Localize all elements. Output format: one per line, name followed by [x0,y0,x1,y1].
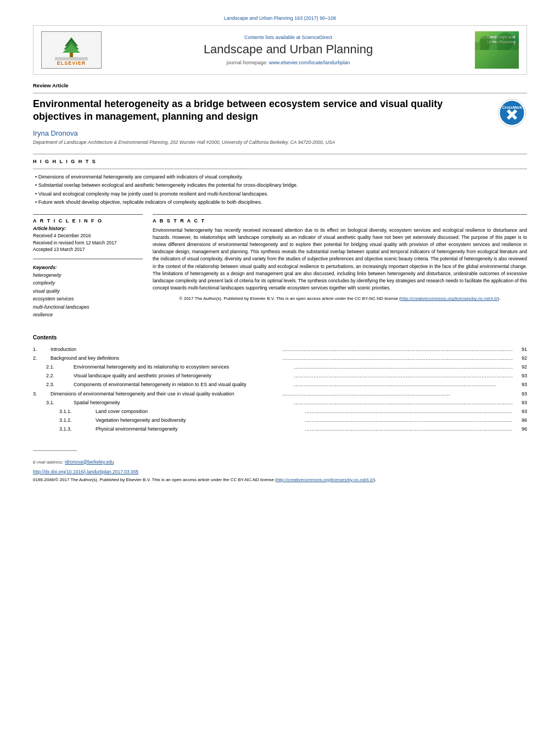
contents-heading: Contents [33,334,527,341]
keywords-label: Keywords: [33,265,143,270]
toc-page: 91 [514,345,527,354]
contents-section: Contents 1. Introduction ………………………………………… [33,334,527,434]
divider-1 [33,93,527,93]
article-info-section: A R T I C L E I N F O Article history: R… [33,214,143,253]
footer-license-link[interactable]: http://creativecommons.org/licenses/by-n… [277,477,374,482]
toc-page: 92 [514,354,527,362]
toc-num: 3.1.3. [59,425,96,433]
author-name: Iryna Dronova [33,129,527,137]
toc-title: Visual landscape quality and aesthetic p… [74,371,293,380]
homepage-label: journal homepage: www.elsevier.com/locat… [113,60,464,65]
toc-num: 2.2. [46,371,74,380]
toc-item-3-1: 3.1. Spatial heterogeneity …………………………………… [33,398,527,407]
article-info-heading: A R T I C L E I N F O [33,218,143,224]
toc-title: Land cover composition [96,407,304,416]
toc-item-1: 1. Introduction ………………………………………………………………… [33,345,527,354]
toc-page: 93 [514,371,527,380]
keyword-2: complexity [33,279,143,287]
keywords-section: Keywords: heterogeneity complexity visua… [33,259,143,319]
toc-page: 93 [514,398,527,407]
license-link[interactable]: http://creativecommons.org/licenses/by-n… [401,296,498,301]
toc-item-3: 3. Dimensions of environmental heterogen… [33,389,527,398]
toc-item-2-3: 2.3. Components of environmental heterog… [33,380,527,389]
email-label: E-mail address: [33,460,64,465]
toc-page: 92 [514,362,527,371]
email-section: E-mail address: idronova@berkeley.edu [33,459,527,465]
divider-2 [33,154,527,154]
toc-page: 96 [514,416,527,425]
toc-item-3-1-2: 3.1.2. Vegetation heterogeneity and biod… [33,416,527,425]
highlight-item-3: • Visual and ecological complexity may b… [33,191,527,198]
keywords-list: heterogeneity complexity visual quality … [33,271,143,319]
toc-page: 93 [514,407,527,416]
highlights-list: • Dimensions of environmental heterogene… [33,174,527,207]
journal-thumbnail: Landscape andUrban Planning [475,31,519,69]
sciencedirect-link[interactable]: ScienceDirect [302,35,333,40]
svg-rect-9 [480,39,489,50]
journal-title: Landscape and Urban Planning [113,42,464,57]
author-affiliation: Department of Landscape Architecture & E… [33,140,527,145]
homepage-url[interactable]: www.elsevier.com/locate/landurbplan [269,60,350,65]
journal-header: ELSEVIER Contents lists available at Sci… [33,25,527,75]
toc-num: 3.1. [46,398,74,407]
header-center: Contents lists available at ScienceDirec… [102,35,475,65]
keyword-5: multi-functional landscapes [33,303,143,311]
toc-title: Introduction [51,345,281,354]
sciencedirect-label: Contents lists available at ScienceDirec… [113,35,464,40]
toc-num: 3. [33,389,51,398]
toc-num: 1. [33,345,51,354]
toc-page: 96 [514,425,527,433]
paper-title: Environmental heterogeneity as a bridge … [33,98,527,124]
accepted-date: Accepted 13 March 2017 [33,246,143,253]
abstract-column: A B S T R A C T Environmental heterogene… [153,214,527,325]
footer-section [33,450,77,453]
received-date: Received 4 December 2016 [33,232,143,239]
highlight-item-2: • Substantial overlap between ecological… [33,182,527,189]
doi-link[interactable]: http://dx.doi.org/10.1016/j.landurbplan.… [33,469,527,475]
toc-page: 93 [514,389,527,398]
article-type-label: Review Article [33,82,527,88]
revised-date: Received in revised form 12 March 2017 [33,239,143,247]
elsevier-text: ELSEVIER [57,60,86,66]
toc-page: 93 [514,380,527,389]
toc-num: 2.3. [46,380,74,389]
abstract-text: Environmental heterogeneity has recently… [153,227,527,292]
keyword-1: heterogeneity [33,271,143,279]
toc-title: Environmental heterogeneity and its rela… [74,362,293,371]
elsevier-logo: ELSEVIER [41,31,102,69]
toc-item-3-1-1: 3.1.1. Land cover composition …………………………… [33,407,527,416]
toc-title: Background and key definitions [51,354,281,362]
abstract-heading: A B S T R A C T [153,218,527,224]
toc-num: 2. [33,354,51,362]
toc-title: Vegetation heterogeneity and biodiversit… [96,416,304,425]
toc-item-2-2: 2.2. Visual landscape quality and aesthe… [33,371,527,380]
article-info-column: A R T I C L E I N F O Article history: R… [33,214,143,325]
toc-title: Components of environmental heterogeneit… [74,380,293,389]
toc-item-2: 2. Background and key definitions ………………… [33,354,527,362]
highlights-heading: H I G H L I G H T S [33,159,527,164]
journal-reference: Landscape and Urban Planning 163 (2017) … [33,15,527,21]
journal-ref-text: Landscape and Urban Planning 163 (2017) … [224,15,337,21]
toc-title: Spatial heterogeneity [74,398,293,407]
toc-title: Dimensions of environmental heterogeneit… [51,389,281,398]
main-content-columns: A R T I C L E I N F O Article history: R… [33,214,527,325]
highlight-item-4: • Future work should develop objective, … [33,199,527,207]
toc-title: Physical environmental heterogeneity [96,425,304,433]
highlights-section: H I G H L I G H T S • Dimensions of envi… [33,154,527,207]
toc-num: 3.1.1. [59,407,96,416]
keyword-3: visual quality [33,287,143,295]
keyword-6: resilience [33,311,143,319]
keyword-4: ecosystem services [33,295,143,303]
license-text: © 2017 The Author(s). Published by Elsev… [153,296,527,301]
crossmark-icon: CrossMark [497,98,527,128]
article-history-label: Article history: [33,226,143,231]
svg-rect-10 [497,36,509,50]
toc-item-3-1-3: 3.1.3. Physical environmental heterogene… [33,425,527,433]
highlight-item-1: • Dimensions of environmental heterogene… [33,174,527,181]
toc-num: 2.1. [46,362,74,371]
email-link[interactable]: idronova@berkeley.edu [65,459,114,465]
abstract-section: A B S T R A C T Environmental heterogene… [153,214,527,302]
svg-text:CrossMark: CrossMark [502,105,522,109]
toc-item-2-1: 2.1. Environmental heterogeneity and its… [33,362,527,371]
footer-license: 0169-2046/© 2017 The Author(s). Publishe… [33,477,527,483]
